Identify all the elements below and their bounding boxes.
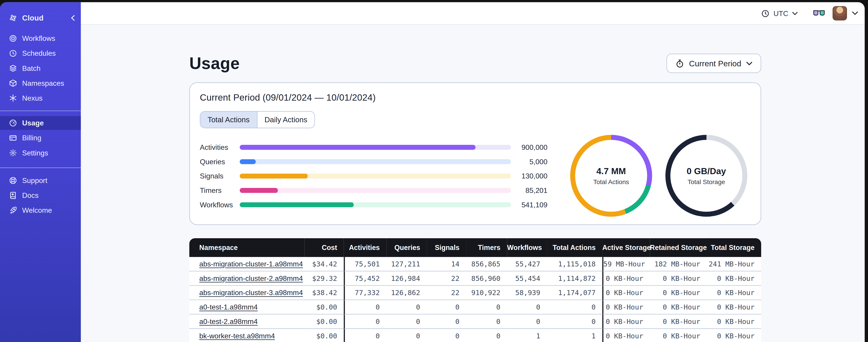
table-row: a0-test-2.a98mm4$0.000000000 KB-Hour0 KB… <box>189 314 761 329</box>
sidebar-nav-account: UsageBillingSettings <box>0 116 81 161</box>
sidebar-item-settings[interactable]: Settings <box>0 145 81 160</box>
table-cell: 0 KB-Hour <box>602 271 650 286</box>
table-cell: 22 <box>427 271 466 286</box>
sidebar-item-usage[interactable]: Usage <box>0 116 81 130</box>
table-cell: 127,211 <box>386 257 427 271</box>
clock-icon <box>762 9 770 18</box>
screen: Cloud WorkflowsSchedulesBatchNamespacesN… <box>0 0 868 342</box>
timezone-selector[interactable]: UTC <box>762 9 798 18</box>
table-cell: 0 <box>427 300 466 314</box>
table-cell: 126,862 <box>386 286 427 300</box>
table-cell: 0 <box>344 300 386 314</box>
bar-track <box>240 173 511 178</box>
sidebar-brand[interactable]: Cloud <box>0 10 81 26</box>
sidebar-item-workflows[interactable]: Workflows <box>0 31 81 46</box>
sidebar-item-namespaces[interactable]: Namespaces <box>0 76 81 91</box>
table-cell: 0 KB-Hour <box>707 329 761 342</box>
table-row: abs-migration-cluster-2.a98mm4$29.3275,4… <box>189 271 761 286</box>
sidebar-item-batch[interactable]: Batch <box>0 61 81 76</box>
table-cell: 856,960 <box>466 271 507 286</box>
chevron-down-icon <box>746 61 752 66</box>
actions-tab-group: Total ActionsDaily Actions <box>200 111 315 128</box>
table-cell: 55,454 <box>507 271 547 286</box>
settings-icon <box>8 148 17 157</box>
account-menu-chevron-icon[interactable] <box>852 11 858 15</box>
incognito-glasses-icon[interactable] <box>813 10 825 16</box>
table-cell: 0 KB-Hour <box>602 329 650 342</box>
table-cell: 22 <box>427 286 466 300</box>
column-header-total-actions: Total Actions <box>547 238 602 257</box>
sidebar-item-label: Namespaces <box>22 79 64 87</box>
namespace-usage-table: NamespaceCostActivitiesQueriesSignalsTim… <box>189 238 761 342</box>
table-cell: $29.32 <box>305 271 344 286</box>
table-cell: $34.42 <box>305 257 344 271</box>
sidebar-item-welcome[interactable]: Welcome <box>0 203 81 218</box>
usage-card-title: Current Period (09/01/2024 — 10/01/2024) <box>200 92 751 103</box>
namespace-cell: abs-migration-cluster-2.a98mm4 <box>189 271 305 286</box>
sidebar-item-support[interactable]: Support <box>0 173 81 188</box>
namespace-link[interactable]: bk-worker-test.a98mm4 <box>199 332 275 340</box>
table-cell: 0 <box>344 329 386 342</box>
period-button-label: Current Period <box>689 59 741 68</box>
namespace-link[interactable]: abs-migration-cluster-2.a98mm4 <box>199 274 303 282</box>
usage-bar-row-timers: Timers85,201 <box>200 183 548 197</box>
sidebar-item-schedules[interactable]: Schedules <box>0 46 81 61</box>
column-header-activities: Activities <box>344 238 386 257</box>
sidebar-item-label: Schedules <box>22 49 56 58</box>
table-cell: 0 KB-Hour <box>602 300 650 314</box>
column-header-workflows: Workflows <box>507 238 547 257</box>
usage-bar-row-activities: Activities900,000 <box>200 140 548 154</box>
collapse-sidebar-icon[interactable] <box>70 15 75 21</box>
bar-track <box>240 202 511 207</box>
user-avatar[interactable] <box>833 6 847 21</box>
bar-fill <box>240 173 308 178</box>
batch-icon <box>8 64 17 73</box>
total-storage-donut: 0 GB/DayTotal Storage <box>665 135 747 217</box>
table-cell: 59 MB-Hour <box>602 257 650 271</box>
billing-icon <box>8 134 17 142</box>
table-cell: 1,174,077 <box>547 286 602 300</box>
table-cell: 856,865 <box>466 257 507 271</box>
namespace-link[interactable]: abs-migration-cluster-3.a98mm4 <box>199 288 303 297</box>
table-cell: 0 <box>466 329 507 342</box>
bar-track <box>240 188 511 193</box>
table-cell: $38.42 <box>305 286 344 300</box>
page-title: Usage <box>189 54 240 73</box>
table-cell: 55,427 <box>507 257 547 271</box>
namespace-link[interactable]: a0-test-1.a98mm4 <box>199 303 258 311</box>
namespace-link[interactable]: a0-test-2.a98mm4 <box>199 317 258 326</box>
bar-label: Timers <box>200 186 240 195</box>
bar-label: Signals <box>200 172 240 180</box>
period-selector-button[interactable]: Current Period <box>666 54 761 73</box>
table-row: abs-migration-cluster-1.a98mm4$34.4275,5… <box>189 257 761 271</box>
workflows-icon <box>8 34 17 43</box>
table-cell: 0 <box>466 314 507 329</box>
usage-charts: Activities900,000Queries5,000Signals130,… <box>200 134 751 218</box>
table-cell: $0.00 <box>305 314 344 329</box>
table-row: abs-migration-cluster-3.a98mm4$38.4277,3… <box>189 286 761 300</box>
sidebar-item-label: Batch <box>22 64 40 72</box>
bar-fill <box>240 159 256 164</box>
table-cell: 910,922 <box>466 286 507 300</box>
tab-daily-actions[interactable]: Daily Actions <box>257 112 314 128</box>
sidebar-item-docs[interactable]: Docs <box>0 188 81 203</box>
table-cell: 75,501 <box>344 257 386 271</box>
namespace-cell: bk-worker-test.a98mm4 <box>189 329 305 342</box>
sidebar-item-nexus[interactable]: Nexus <box>0 91 81 106</box>
table-cell: 0 KB-Hour <box>602 286 650 300</box>
schedules-icon <box>8 49 17 58</box>
namespace-link[interactable]: abs-migration-cluster-1.a98mm4 <box>199 260 303 268</box>
bar-fill <box>240 145 476 149</box>
topbar: UTC <box>81 2 865 25</box>
sidebar-nav-help: SupportDocsWelcome <box>0 173 81 218</box>
usage-bar-chart: Activities900,000Queries5,000Signals130,… <box>200 140 548 212</box>
table-cell: 0 <box>547 314 602 329</box>
tab-total-actions[interactable]: Total Actions <box>200 112 257 128</box>
usage-bar-row-queries: Queries5,000 <box>200 154 548 169</box>
donut-center-label: Total Storage <box>687 178 725 185</box>
table-cell: 0 <box>344 314 386 329</box>
support-icon <box>8 176 17 185</box>
bar-value: 900,000 <box>511 143 548 151</box>
sidebar-item-billing[interactable]: Billing <box>0 130 81 145</box>
usage-summary-card: Current Period (09/01/2024 — 10/01/2024)… <box>189 82 761 225</box>
